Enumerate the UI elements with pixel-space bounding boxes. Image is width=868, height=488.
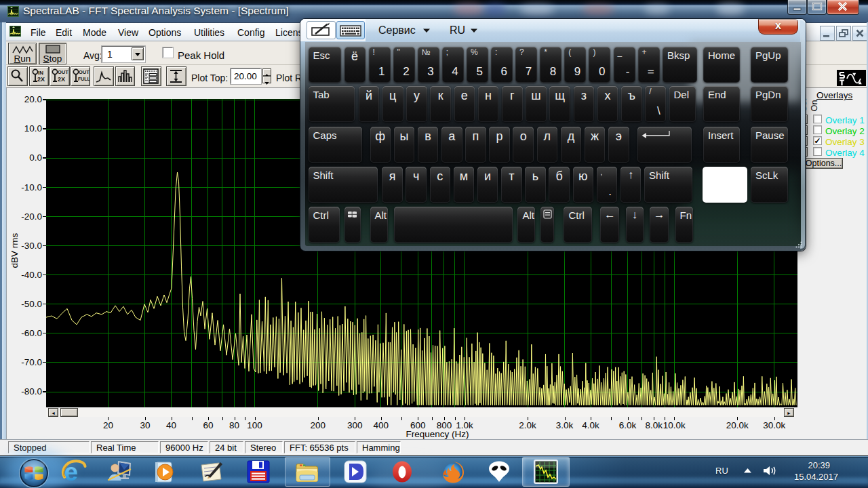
svg-text:OUT: OUT (79, 69, 90, 75)
svg-text:FULL: FULL (78, 77, 90, 81)
svg-text:OUT: OUT (58, 69, 68, 75)
svg-text:2X: 2X (58, 76, 65, 83)
svg-text:IN: IN (38, 70, 43, 76)
svg-text:2X: 2X (37, 76, 45, 83)
